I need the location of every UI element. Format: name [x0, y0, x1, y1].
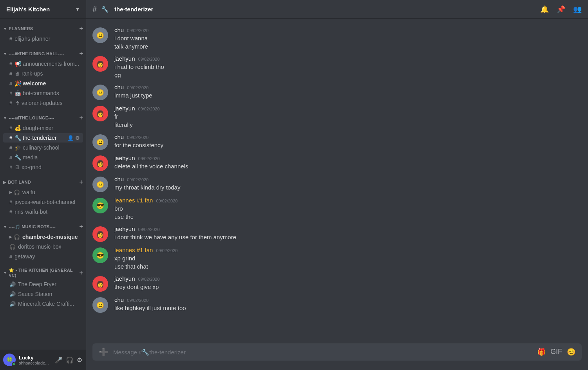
- add-channel-dining[interactable]: +: [79, 50, 83, 57]
- username: Lucky: [19, 355, 54, 361]
- vc-waifu[interactable]: 🎧 waifu: [3, 188, 83, 197]
- category-music-bots[interactable]: ▼ ----🎵 MUSIC BOTS---- +: [0, 217, 86, 232]
- settings-icon[interactable]: ⚙: [75, 135, 80, 141]
- mute-icon[interactable]: 🎤: [54, 356, 63, 365]
- add-channel-music[interactable]: +: [79, 223, 83, 230]
- message-author: chu: [114, 134, 124, 140]
- message-text: brouse the: [114, 204, 582, 221]
- channel-dough-mixer[interactable]: # 💰 dough-mixer: [3, 123, 83, 133]
- message-header: chu 09/02/2020: [114, 84, 582, 90]
- channel-rins-waifu[interactable]: # rins-waifu-bot: [3, 207, 83, 217]
- vc-name: chambre-de-musique: [22, 234, 78, 240]
- category-lounge[interactable]: ▼ ----🛋THE LOUNGE---- +: [0, 108, 86, 123]
- user-info: Lucky shhsaccolade...: [19, 355, 54, 365]
- hash-icon: #: [9, 81, 12, 87]
- channel-bot-commands[interactable]: # 🤖 bot-commands: [3, 88, 83, 98]
- message-header: leannes #1 fan 09/02/2020: [114, 247, 582, 253]
- channel-xp-grind[interactable]: # 🖥 xp-grind: [3, 162, 83, 172]
- user-tag: shhsaccolade...: [19, 361, 54, 365]
- category-kitchen-vc[interactable]: ▼ ⭐ • THE KITCHEN (GENERAL VC) +: [0, 262, 86, 279]
- add-channel-kitchen[interactable]: +: [79, 269, 83, 276]
- message-text: for the consistency: [114, 141, 582, 149]
- category-bot-land[interactable]: ▶ BOT LAND +: [0, 172, 86, 187]
- message-group: 😐 chu 09/02/2020 for the consistency: [86, 132, 588, 152]
- speaker-icon: 🔊: [9, 301, 16, 307]
- avatar: 👩: [92, 56, 108, 72]
- message-text: i had to reclimb thogg: [114, 63, 582, 79]
- avatar: 😐: [92, 297, 108, 313]
- avatar: 😎: [92, 247, 108, 263]
- vc-chambre[interactable]: 🎧 chambre-de-musique: [3, 232, 83, 242]
- channel-emoji: 🔧: [101, 6, 109, 13]
- message-author: leannes #1 fan: [114, 247, 153, 253]
- add-channel-bot[interactable]: +: [79, 179, 83, 186]
- channel-valorant-updates[interactable]: # 🗡 valorant-updates: [3, 98, 83, 108]
- channel-rank-ups[interactable]: # 🖥 rank-ups: [3, 69, 83, 78]
- message-text: they dont give xp: [114, 283, 582, 291]
- vc-doritos[interactable]: 🎧 doritos-music-box: [3, 242, 83, 251]
- server-header[interactable]: Elijah's Kitchen ▼: [0, 0, 86, 19]
- main-area: # 🔧 the-tenderizer 🔔 📌 👥 😐 chu 09/02/202…: [86, 0, 588, 370]
- category-music-label: ----🎵 MUSIC BOTS----: [9, 224, 56, 229]
- message-header: jaehyun 09/02/2020: [114, 105, 582, 112]
- hash-icon: #: [9, 125, 12, 131]
- user-area: 🍀 Lucky shhsaccolade... 🎤 🎧 ⚙: [0, 350, 86, 370]
- message-header: jaehyun 09/02/2020: [114, 55, 582, 62]
- message-header: chu 09/02/2020: [114, 27, 582, 33]
- channel-hash-icon: #: [92, 5, 97, 14]
- category-planners[interactable]: ▼ PLANNERS +: [0, 19, 86, 34]
- message-group: 😎 leannes #1 fan 09/02/2020 brouse the: [86, 195, 588, 222]
- channel-name: 🔧 media: [14, 154, 80, 161]
- gif-icon[interactable]: GIF: [550, 348, 562, 356]
- channel-the-tenderizer[interactable]: # 🔧 the-tenderizer 👤 ⚙: [3, 133, 83, 143]
- add-channel-lounge[interactable]: +: [79, 114, 83, 121]
- channel-media[interactable]: # 🔧 media: [3, 153, 83, 162]
- channel-culinary-school[interactable]: # 🎓 culinary-school: [3, 143, 83, 152]
- add-member-icon[interactable]: 👤: [67, 135, 74, 141]
- message-author: chu: [114, 176, 124, 182]
- gift-icon[interactable]: 🎁: [537, 348, 546, 356]
- message-timestamp: 09/02/2020: [127, 298, 148, 303]
- channel-getaway[interactable]: # getaway: [3, 252, 83, 261]
- pin-icon[interactable]: 📌: [557, 5, 565, 14]
- channel-joyces-waifu[interactable]: # joyces-waifu-bot-channel: [3, 197, 83, 207]
- channel-name: getaway: [14, 253, 80, 260]
- channel-name: joyces-waifu-bot-channel: [14, 199, 80, 205]
- message-input[interactable]: [113, 349, 532, 356]
- message-header: jaehyun 09/02/2020: [114, 275, 582, 282]
- cat-arrow-music: ▼: [3, 225, 7, 229]
- add-channel-planners[interactable]: +: [79, 25, 83, 32]
- category-dining-hall[interactable]: ▼ ----🍽THE DINING HALL---- +: [0, 44, 86, 59]
- attach-icon[interactable]: ➕: [99, 347, 109, 357]
- vc-deep-fryer[interactable]: 🔊 The Deep Fryer: [3, 280, 83, 289]
- hash-icon: #: [9, 209, 12, 215]
- members-icon[interactable]: 👥: [573, 5, 582, 14]
- input-right-icons: 🎁 GIF 😊: [537, 348, 575, 356]
- channel-name: 🤖 bot-commands: [14, 90, 80, 96]
- deafen-icon[interactable]: 🎧: [65, 356, 74, 365]
- message-header: jaehyun 09/02/2020: [114, 155, 582, 161]
- messages-area[interactable]: 😐 chu 09/02/2020 i dont wannatalk anymor…: [86, 19, 588, 343]
- vc-name: Sauce Station: [18, 291, 52, 297]
- channel-elijahs-planner[interactable]: # elijahs-planner: [3, 34, 83, 43]
- channel-announcements[interactable]: # 📢 announcements-from...: [3, 59, 83, 69]
- channel-list: ▼ PLANNERS + # elijahs-planner ▼ ----🍽TH…: [0, 19, 86, 350]
- emoji-icon[interactable]: 😊: [567, 348, 575, 356]
- message-timestamp: 09/02/2020: [156, 199, 177, 203]
- message-timestamp: 09/02/2020: [127, 135, 148, 140]
- message-group: 😐 chu 09/02/2020 i dont wannatalk anymor…: [86, 25, 588, 52]
- vc-sauce-station[interactable]: 🔊 Sauce Station: [3, 289, 83, 299]
- settings-icon[interactable]: ⚙: [76, 356, 83, 365]
- message-text: xp grinduse that chat: [114, 254, 582, 271]
- cat-arrow-dining: ▼: [3, 52, 7, 56]
- message-header: jaehyun 09/02/2020: [114, 226, 582, 232]
- hash-icon: #: [9, 164, 12, 170]
- channel-welcome[interactable]: # 🎉 welcome: [3, 79, 83, 88]
- hash-icon: #: [9, 61, 12, 67]
- vc-minecraft-cake[interactable]: 🔊 Minecraft Cake Crafti...: [3, 299, 83, 309]
- bell-icon[interactable]: 🔔: [540, 5, 549, 14]
- avatar: 😐: [92, 85, 108, 100]
- message-author: jaehyun: [114, 155, 135, 161]
- channel-name: 🗡 valorant-updates: [14, 100, 80, 106]
- message-group: 😐 chu 09/02/2020 my throat kinda dry tod…: [86, 174, 588, 194]
